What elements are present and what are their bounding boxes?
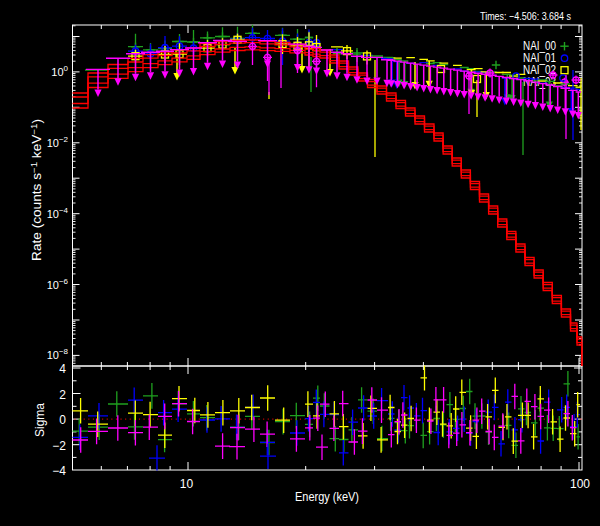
svg-text:100: 100 — [570, 477, 590, 491]
svg-text:Sigma: Sigma — [33, 403, 47, 437]
svg-text:Times: −4.506: 3.684 s: Times: −4.506: 3.684 s — [480, 10, 571, 22]
svg-text:Energy (keV): Energy (keV) — [295, 490, 359, 504]
svg-text:10: 10 — [180, 477, 194, 491]
svg-text:2: 2 — [59, 388, 66, 402]
svg-text:Rate (counts s−1 keV−1): Rate (counts s−1 keV−1) — [29, 119, 44, 261]
svg-text:0: 0 — [59, 413, 66, 427]
svg-text:−4: −4 — [52, 464, 66, 478]
svg-text:4: 4 — [59, 362, 66, 376]
svg-text:−2: −2 — [52, 439, 66, 453]
